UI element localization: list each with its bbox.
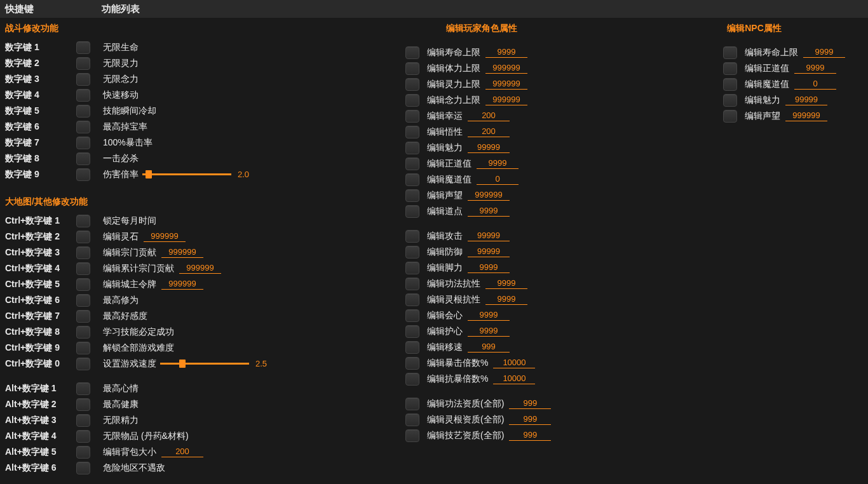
toggle-checkbox[interactable] [76,326,90,339]
toggle-checkbox[interactable] [76,121,90,133]
value-field[interactable]: 9999 [468,326,510,337]
value-field[interactable]: 999999 [161,247,203,258]
value-field[interactable]: 999999 [468,190,510,201]
toggle-checkbox[interactable] [76,414,90,427]
toggle-checkbox[interactable] [76,358,90,370]
toggle-checkbox[interactable] [76,73,90,86]
toggle-checkbox[interactable] [76,310,90,323]
option-label: 编辑道点 [427,206,463,217]
toggle-checkbox[interactable] [723,78,737,91]
value-field[interactable]: 9999 [794,63,836,74]
toggle-checkbox[interactable] [405,173,419,186]
toggle-checkbox[interactable] [76,278,90,291]
toggle-checkbox[interactable] [405,429,419,442]
slider[interactable] [160,363,249,365]
toggle-checkbox[interactable] [405,413,419,426]
option-label: 编辑灵根抗性 [427,294,480,306]
option-label: 编辑防御 [427,246,463,258]
toggle-checkbox[interactable] [405,46,419,59]
value-field[interactable]: 99999 [468,246,510,257]
toggle-checkbox[interactable] [76,462,90,474]
toggle-checkbox[interactable] [76,152,90,165]
value-field[interactable]: 9999 [803,47,845,58]
option-row: Ctrl+数字键 5编辑城主令牌999999 [5,276,323,292]
toggle-checkbox[interactable] [405,325,419,338]
toggle-checkbox[interactable] [76,382,90,395]
value-field[interactable]: 999999 [179,263,221,274]
toggle-checkbox[interactable] [405,94,419,107]
toggle-checkbox[interactable] [405,398,419,410]
toggle-checkbox[interactable] [76,168,90,181]
value-field[interactable]: 9999 [468,206,510,217]
toggle-checkbox[interactable] [405,373,419,386]
value-field[interactable]: 0 [794,79,836,90]
value-field[interactable]: 9999 [485,47,527,58]
toggle-checkbox[interactable] [405,293,419,306]
toggle-checkbox[interactable] [76,294,90,307]
toggle-checkbox[interactable] [76,105,90,118]
slider-thumb[interactable] [146,170,152,178]
toggle-checkbox[interactable] [405,341,419,354]
value-field[interactable]: 999999 [144,231,186,242]
toggle-checkbox[interactable] [76,262,90,275]
toggle-checkbox[interactable] [405,357,419,370]
option-row: 编辑灵根资质(全部)999 [323,412,641,427]
toggle-checkbox[interactable] [405,158,419,170]
toggle-checkbox[interactable] [76,398,90,411]
toggle-checkbox[interactable] [405,309,419,322]
toggle-checkbox[interactable] [723,62,737,75]
value-field[interactable]: 200 [468,111,510,121]
toggle-checkbox[interactable] [405,246,419,259]
toggle-checkbox[interactable] [405,142,419,154]
value-field[interactable]: 99999 [468,231,510,241]
toggle-checkbox[interactable] [76,89,90,102]
toggle-checkbox[interactable] [76,246,90,259]
value-field[interactable]: 99999 [785,95,827,105]
value-field[interactable]: 0 [477,174,519,185]
toggle-checkbox[interactable] [76,215,90,227]
value-field[interactable]: 999999 [485,63,527,74]
toggle-checkbox[interactable] [76,446,90,459]
value-field[interactable]: 999 [509,414,551,425]
value-field[interactable]: 999 [468,342,510,353]
toggle-checkbox[interactable] [405,78,419,91]
toggle-checkbox[interactable] [76,41,90,54]
toggle-checkbox[interactable] [405,110,419,123]
toggle-checkbox[interactable] [723,94,737,107]
value-field[interactable]: 200 [161,447,203,457]
value-field[interactable]: 9999 [485,278,527,289]
toggle-checkbox[interactable] [723,110,737,123]
value-field[interactable]: 200 [468,126,510,137]
toggle-checkbox[interactable] [76,231,90,243]
slider[interactable] [142,173,231,175]
value-field[interactable]: 999999 [485,79,527,90]
value-field[interactable]: 9999 [485,294,527,305]
value-field[interactable]: 9999 [468,262,510,273]
toggle-checkbox[interactable] [723,46,737,59]
value-field[interactable]: 999999 [161,279,203,290]
value-field[interactable]: 10000 [493,373,535,384]
slider-thumb[interactable] [179,360,186,368]
value-field[interactable]: 9999 [477,158,519,169]
value-field[interactable]: 999 [509,398,551,409]
value-field[interactable]: 10000 [493,358,535,368]
toggle-checkbox[interactable] [405,189,419,202]
toggle-checkbox[interactable] [405,230,419,243]
toggle-checkbox[interactable] [76,430,90,443]
option-label: 编辑正道值 [427,158,471,170]
value-field[interactable]: 999 [509,430,551,441]
toggle-checkbox[interactable] [76,137,90,149]
toggle-checkbox[interactable] [405,62,419,75]
toggle-checkbox[interactable] [405,126,419,138]
toggle-checkbox[interactable] [76,342,90,354]
value-field[interactable]: 999999 [485,95,527,105]
option-label: 编辑会心 [427,310,463,321]
toggle-checkbox[interactable] [405,262,419,274]
toggle-checkbox[interactable] [405,205,419,218]
option-label: 编辑抗暴倍数% [427,373,488,385]
toggle-checkbox[interactable] [76,57,90,70]
value-field[interactable]: 999999 [785,111,827,121]
toggle-checkbox[interactable] [405,278,419,290]
value-field[interactable]: 99999 [468,142,510,153]
value-field[interactable]: 9999 [468,310,510,321]
